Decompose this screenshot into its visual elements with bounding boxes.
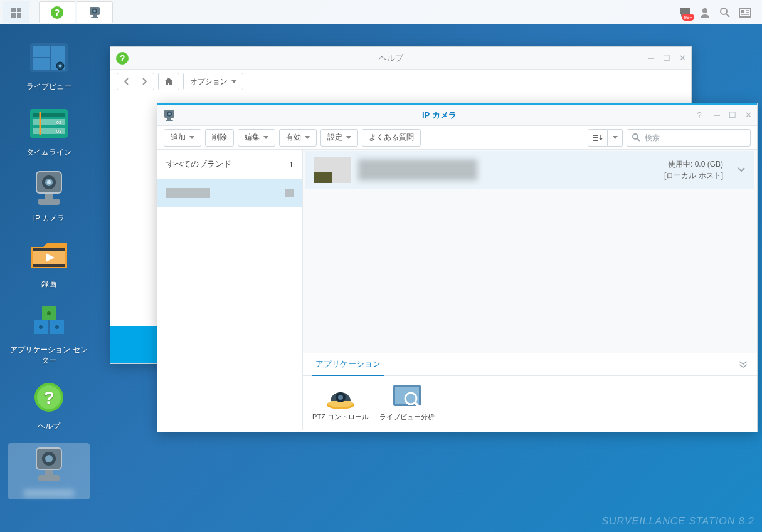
help-window-titlebar[interactable]: ? ヘルプ ─ ☐ ✕: [110, 47, 691, 70]
desktop-icon-label: IP カメラ: [33, 213, 65, 224]
liveview-icon: [29, 42, 69, 73]
svg-point-36: [47, 180, 51, 184]
search-button[interactable]: [718, 6, 732, 19]
search-icon: [719, 7, 731, 18]
caret-icon: [305, 136, 310, 139]
double-chevron-down-icon: [738, 361, 748, 368]
desktop-icon-label: ヘルプ: [38, 421, 60, 432]
user-button[interactable]: [698, 6, 712, 19]
camera-info: [358, 159, 657, 180]
caret-icon: [231, 80, 236, 83]
app-item-ptz[interactable]: PTZ コントロール: [312, 382, 369, 422]
grid-icon: [11, 7, 22, 18]
webcam-icon: [88, 6, 102, 19]
svg-point-8: [93, 9, 96, 12]
add-button[interactable]: 追加: [164, 129, 201, 147]
sort-button[interactable]: [588, 129, 608, 147]
search-input[interactable]: [627, 129, 751, 147]
svg-text:02: 02: [56, 120, 61, 125]
svg-rect-37: [45, 194, 53, 199]
edit-button[interactable]: 編集: [238, 129, 275, 147]
faq-button[interactable]: よくある質問: [362, 129, 421, 147]
sort-icon: [593, 134, 603, 142]
ipcam-main: 使用中: 0.0 (GB) [ローカル ホスト] アプリケーション PTZ コン…: [303, 150, 757, 430]
svg-text:?: ?: [120, 53, 125, 63]
svg-point-24: [59, 65, 62, 68]
svg-rect-14: [739, 8, 751, 17]
nav-forward-button[interactable]: [135, 73, 154, 90]
widgets-button[interactable]: [738, 6, 752, 19]
brand-watermark: SURVEILLANCE STATION 8.2: [601, 516, 754, 527]
options-dropdown[interactable]: オプション: [183, 73, 243, 90]
maximize-button[interactable]: ☐: [729, 110, 736, 120]
close-button[interactable]: ✕: [745, 110, 752, 120]
desktop-icon-label: タイムライン: [26, 147, 71, 158]
caret-icon: [346, 136, 351, 139]
desktop-icon-surveillance[interactable]: [8, 443, 90, 499]
help-icon: ?: [50, 6, 64, 19]
desktop-icon-ipcamera[interactable]: IP カメラ: [8, 169, 90, 224]
svg-rect-40: [33, 248, 65, 251]
delete-button[interactable]: 削除: [205, 129, 234, 147]
ipcam-window-titlebar[interactable]: IP カメラ ? ─ ☐ ✕: [157, 103, 757, 126]
help-window-title: ヘルプ: [134, 53, 648, 64]
ipcam-sidebar: すべてのブランド 1: [157, 150, 303, 430]
app-item-liveview-analysis[interactable]: ライブビュー分析: [378, 382, 436, 422]
desktop-icon-help[interactable]: ? ヘルプ: [8, 377, 90, 432]
svg-rect-9: [93, 15, 97, 17]
desktop-icon-recording[interactable]: 録画: [8, 235, 90, 289]
svg-rect-26: [33, 113, 65, 117]
svg-point-70: [338, 395, 343, 400]
camera-meta: 使用中: 0.0 (GB) [ローカル ホスト]: [664, 159, 723, 181]
taskbar: ? 99+: [0, 0, 762, 24]
chevron-left-icon: [124, 78, 129, 85]
nav-home-button[interactable]: [158, 73, 179, 90]
main-menu-button[interactable]: [3, 1, 29, 23]
minimize-button[interactable]: ─: [714, 110, 720, 120]
chevron-right-icon: [142, 78, 147, 85]
home-icon: [164, 77, 174, 86]
sort-dir-button[interactable]: [608, 129, 623, 147]
desktop-icon-liveview[interactable]: ライブビュー: [8, 38, 90, 92]
desktop-icon-label: アプリケーション センター: [8, 345, 90, 366]
svg-rect-20: [33, 46, 50, 57]
tab-application[interactable]: アプリケーション: [312, 353, 384, 376]
section-collapse-button[interactable]: [738, 361, 748, 368]
minimize-button[interactable]: ─: [648, 53, 654, 63]
settings-button[interactable]: 設定: [320, 129, 358, 147]
svg-text:?: ?: [55, 8, 60, 18]
camera-thumbnail: [314, 157, 351, 183]
desktop-icon-timeline[interactable]: 0203 タイムライン: [8, 103, 90, 158]
desktop-icon-appcenter[interactable]: アプリケーション センター: [8, 301, 90, 366]
taskbar-window-help[interactable]: ?: [39, 1, 75, 23]
help-toolbar: オプション: [110, 70, 691, 93]
enable-button[interactable]: 有効: [279, 129, 317, 147]
system-tray: 99+: [678, 6, 759, 19]
camera-row[interactable]: 使用中: 0.0 (GB) [ローカル ホスト]: [305, 151, 754, 189]
svg-rect-60: [167, 118, 171, 120]
help-window-icon: ?: [115, 51, 129, 65]
maximize-button[interactable]: ☐: [663, 53, 670, 63]
desktop-icon-label: [24, 489, 74, 497]
sidebar-item-all-brands[interactable]: すべてのブランド 1: [157, 150, 302, 179]
expand-row-button[interactable]: [737, 167, 746, 173]
close-button[interactable]: ✕: [679, 53, 686, 63]
nav-back-button[interactable]: [117, 73, 135, 90]
taskbar-window-ipcam[interactable]: [77, 1, 113, 23]
card-icon: [739, 8, 751, 18]
svg-line-13: [726, 14, 729, 17]
notifications-button[interactable]: 99+: [678, 6, 692, 19]
sidebar-item-brand[interactable]: [157, 179, 302, 207]
svg-text:03: 03: [56, 129, 61, 133]
caret-icon: [189, 136, 194, 139]
ipcam-body: すべてのブランド 1 使用中: 0.0 (GB) [ローカル ホスト] アプ: [157, 150, 757, 430]
ptz-icon: [324, 382, 357, 410]
svg-point-44: [55, 325, 59, 329]
svg-text:?: ?: [43, 388, 54, 407]
search-icon: [632, 133, 640, 142]
help-hint-button[interactable]: ?: [697, 110, 702, 120]
svg-line-66: [637, 138, 640, 141]
svg-point-12: [721, 8, 727, 14]
svg-rect-10: [91, 17, 98, 18]
svg-rect-61: [166, 120, 173, 121]
